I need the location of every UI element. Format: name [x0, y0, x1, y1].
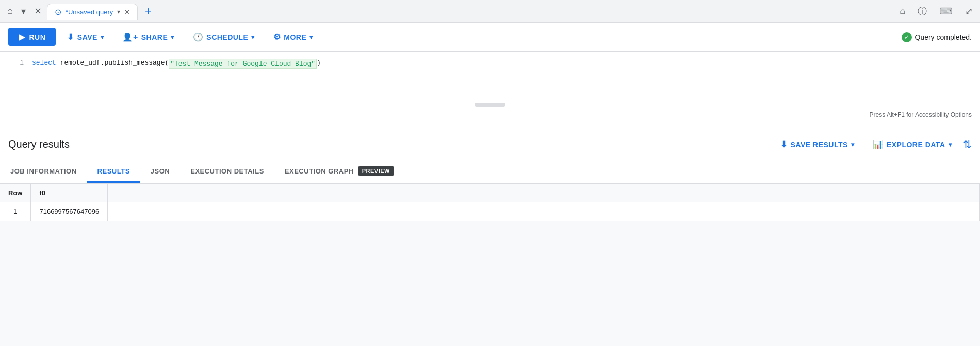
preview-badge: PREVIEW	[358, 166, 394, 176]
tab-execution-details[interactable]: EXECUTION DETAILS	[180, 161, 274, 183]
col-header-empty	[108, 184, 980, 202]
scrollbar-thumb	[475, 103, 505, 107]
table-row: 1 7166997567647096	[0, 202, 980, 221]
run-button[interactable]: ▶ RUN	[8, 28, 56, 46]
share-chevron-icon: ▾	[171, 34, 174, 41]
editor-area[interactable]: 1 select remote_udf.publish_message("Tes…	[0, 52, 980, 129]
back-icon: ▾	[21, 6, 26, 17]
explore-data-chevron-icon: ▾	[949, 141, 952, 148]
expand-icon: ⤢	[965, 6, 973, 17]
tab-bar-right: ⌂ ⓘ ⌨ ⤢	[896, 3, 976, 20]
run-play-icon: ▶	[19, 32, 25, 42]
info-icon: ⓘ	[918, 5, 927, 18]
col-header-f0: f0_	[31, 184, 108, 202]
keyboard-button[interactable]: ⌨	[936, 4, 956, 19]
toolbar-right: ✓ Query completed.	[902, 32, 972, 42]
home-right-button[interactable]: ⌂	[896, 4, 908, 19]
cell-f0-value: 7166997567647096	[31, 202, 108, 221]
status-label: Query completed.	[915, 33, 972, 41]
results-actions: ⬇ SAVE RESULTS ▾ 📊 EXPLORE DATA ▾ ⇅	[773, 135, 972, 153]
tab-job-information[interactable]: JOB INFORMATION	[0, 161, 87, 183]
close-icon: ✕	[34, 6, 42, 17]
explore-data-icon: 📊	[873, 139, 884, 149]
home-button[interactable]: ⌂	[4, 4, 16, 19]
save-chevron-icon: ▾	[101, 34, 104, 41]
more-chevron-icon: ▾	[309, 34, 313, 41]
tab-json[interactable]: JSON	[140, 161, 180, 183]
save-icon: ⬇	[67, 32, 74, 42]
query-tab-close-icon[interactable]: ✕	[124, 8, 130, 16]
share-button[interactable]: 👤+ SHARE ▾	[115, 28, 181, 46]
tab-execution-details-label: EXECUTION DETAILS	[190, 167, 264, 175]
close-history-button[interactable]: ✕	[31, 4, 45, 19]
cell-row-number: 1	[0, 202, 31, 221]
results-title: Query results	[8, 138, 773, 150]
run-label: RUN	[29, 33, 46, 41]
table-header-row: Row f0_	[0, 184, 980, 202]
expand-results-icon: ⇅	[963, 138, 972, 151]
save-results-button[interactable]: ⬇ SAVE RESULTS ▾	[773, 135, 861, 153]
add-icon: +	[145, 5, 152, 18]
tab-execution-graph[interactable]: EXECUTION GRAPH PREVIEW	[274, 160, 404, 183]
query-status: ✓ Query completed.	[902, 32, 972, 42]
tab-results[interactable]: RESULTS	[87, 161, 140, 183]
more-label: MORE	[284, 33, 306, 41]
results-section: Query results ⬇ SAVE RESULTS ▾ 📊 EXPLORE…	[0, 129, 980, 221]
query-tab[interactable]: ⊙ *Unsaved query ▾ ✕	[47, 4, 138, 20]
code-string: "Test Message for Google Cloud Blog"	[169, 59, 317, 69]
tab-json-label: JSON	[151, 167, 170, 175]
cell-empty	[108, 202, 980, 221]
back-button[interactable]: ▾	[18, 4, 29, 19]
code-paren: )	[317, 59, 321, 67]
save-results-label: SAVE RESULTS	[791, 140, 848, 149]
info-button[interactable]: ⓘ	[914, 3, 930, 20]
query-tab-icon: ⊙	[55, 7, 61, 17]
share-icon: 👤+	[122, 32, 138, 42]
more-gear-icon: ⚙	[273, 32, 281, 42]
query-tab-label: *Unsaved query	[66, 8, 113, 16]
explore-data-label: EXPLORE DATA	[887, 140, 945, 149]
keyboard-icon: ⌨	[939, 6, 953, 17]
query-tab-dropdown-icon[interactable]: ▾	[117, 8, 120, 15]
expand-button[interactable]: ⤢	[962, 4, 976, 19]
explore-data-button[interactable]: 📊 EXPLORE DATA ▾	[865, 135, 959, 153]
code-keyword: select	[32, 59, 56, 67]
add-tab-button[interactable]: +	[140, 3, 156, 20]
save-results-icon: ⬇	[780, 139, 788, 149]
more-button[interactable]: ⚙ MORE ▾	[266, 28, 320, 46]
tab-bar-left: ⌂ ▾ ✕ ⊙ *Unsaved query ▾ ✕ +	[4, 3, 894, 20]
results-table: Row f0_ 1 7166997567647096	[0, 184, 980, 221]
tab-bar: ⌂ ▾ ✕ ⊙ *Unsaved query ▾ ✕ + ⌂ ⓘ ⌨ ⤢	[0, 0, 980, 23]
schedule-icon: 🕐	[193, 32, 204, 42]
tab-job-information-label: JOB INFORMATION	[10, 167, 77, 175]
editor-scrollbar[interactable]	[0, 101, 980, 109]
share-label: SHARE	[141, 33, 168, 41]
editor-line-1: 1 select remote_udf.publish_message("Tes…	[0, 58, 980, 70]
save-results-chevron-icon: ▾	[851, 141, 855, 148]
schedule-button[interactable]: 🕐 SCHEDULE ▾	[186, 28, 262, 46]
tab-results-label: RESULTS	[97, 167, 130, 175]
save-button[interactable]: ⬇ SAVE ▾	[60, 28, 111, 46]
toolbar: ▶ RUN ⬇ SAVE ▾ 👤+ SHARE ▾ 🕐 SCHEDULE ▾ ⚙…	[0, 23, 980, 52]
col-header-row: Row	[0, 184, 31, 202]
tab-execution-graph-label: EXECUTION GRAPH	[285, 167, 354, 175]
home-icon: ⌂	[7, 6, 13, 17]
schedule-label: SCHEDULE	[206, 33, 248, 41]
line-number: 1	[8, 59, 24, 67]
accessibility-hint: Press Alt+F1 for Accessibility Options	[0, 109, 980, 122]
results-expand-button[interactable]: ⇅	[963, 138, 972, 151]
results-header: Query results ⬇ SAVE RESULTS ▾ 📊 EXPLORE…	[0, 129, 980, 160]
code-function: remote_udf.publish_message(	[56, 59, 169, 67]
results-tabs: JOB INFORMATION RESULTS JSON EXECUTION D…	[0, 160, 980, 184]
status-check-icon: ✓	[902, 32, 912, 42]
home-right-icon: ⌂	[900, 6, 905, 17]
save-label: SAVE	[77, 33, 97, 41]
schedule-chevron-icon: ▾	[251, 34, 255, 41]
